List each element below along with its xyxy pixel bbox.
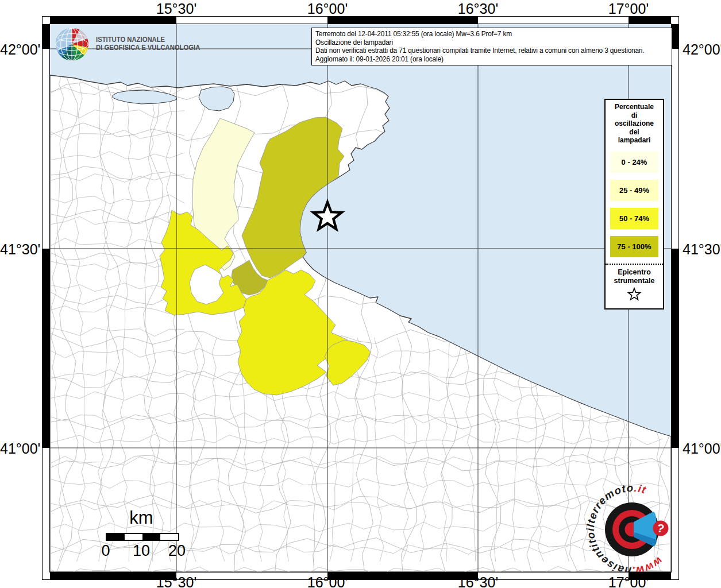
legend-class-swatch: 50 - 74%	[610, 208, 658, 229]
text-line: Epicentro	[606, 268, 663, 277]
legend-class-swatch: 0 - 24%	[610, 152, 658, 173]
text-line: Aggiornato il: 09-01-2026 20:01 (ora loc…	[315, 55, 668, 64]
scalebar-segment	[125, 534, 142, 540]
text-line: Percentuale	[606, 103, 663, 111]
text-line: lampadari	[606, 136, 663, 145]
frame-segment	[671, 24, 679, 49]
scalebar	[106, 533, 179, 541]
text-line: di	[606, 111, 663, 120]
frame-segment	[42, 249, 50, 448]
lon-label-bottom-2: 16°00'	[290, 574, 365, 588]
legend-title: Percentualedioscillazionedeilampadari	[606, 100, 663, 145]
lon-label-top-4: 17°00'	[591, 1, 666, 17]
ingv-line-2: DI GEOFISICA E VULCANOLOGIA	[96, 44, 200, 52]
legend-class-swatch: 25 - 49%	[610, 180, 658, 201]
lat-label-left-3: 41°00'	[0, 440, 40, 457]
frame-segment	[629, 16, 671, 24]
legend-epicenter-label: Epicentrostrumentale	[606, 265, 663, 285]
macroseismic-map-canvas: www.haisentitoilterremoto.it ? 15°30' 16…	[0, 0, 721, 588]
scalebar-tick-10: 10	[130, 542, 153, 560]
ingv-logo: ISTITUTO NAZIONALE DI GEOFISICA E VULCAN…	[55, 25, 207, 64]
text-line: Terremoto del 12-04-2011 05:32:55 (ora l…	[315, 30, 668, 38]
lon-label-bottom-1: 15°30'	[139, 574, 214, 588]
legend-classes: 0 - 24%25 - 49%50 - 74%75 - 100%	[606, 152, 663, 257]
lon-label-bottom-4: 17°00'	[591, 574, 666, 588]
lat-label-right-2: 41°30'	[683, 241, 721, 258]
scalebar-segment	[160, 534, 178, 540]
lat-label-left-1: 42°00'	[0, 41, 40, 58]
lon-label-top-1: 15°30'	[139, 1, 214, 17]
legend-class-swatch: 75 - 100%	[610, 236, 658, 257]
lat-label-right-3: 41°00'	[683, 440, 721, 457]
text-line: oscillazione	[606, 119, 663, 128]
ingv-logo-text: ISTITUTO NAZIONALE DI GEOFISICA E VULCAN…	[96, 36, 200, 52]
frame-segment	[327, 16, 478, 24]
ingv-line-1: ISTITUTO NAZIONALE	[96, 36, 200, 44]
earthquake-info-box: Terremoto del 12-04-2011 05:32:55 (ora l…	[311, 28, 672, 65]
text-line: Dati non verificati estratti da 71 quest…	[315, 47, 668, 55]
frame-segment	[671, 249, 679, 448]
scalebar-segment	[107, 534, 125, 540]
text-line: strumentale	[606, 277, 663, 285]
scalebar-unit: km	[106, 508, 177, 528]
frame-segment	[42, 24, 50, 49]
legend-star-icon	[627, 287, 642, 302]
text-line: Oscillazione dei lampadari	[315, 38, 668, 47]
lat-label-right-1: 42°00'	[683, 41, 721, 58]
scalebar-tick-20: 20	[165, 542, 188, 560]
ingv-globe-icon	[55, 25, 91, 64]
lon-label-top-3: 16°30'	[441, 1, 515, 17]
lon-label-top-2: 16°00'	[290, 1, 365, 17]
lat-label-left-2: 41°30'	[0, 241, 40, 258]
map: www.haisentitoilterremoto.it ?	[50, 24, 671, 572]
scalebar-segment	[142, 534, 160, 540]
text-line: dei	[606, 128, 663, 137]
frame-segment	[50, 16, 176, 24]
scalebar-tick-0: 0	[94, 542, 117, 560]
legend: Percentualedioscillazionedeilampadari 0 …	[604, 99, 664, 310]
lon-label-bottom-3: 16°30'	[441, 574, 515, 588]
